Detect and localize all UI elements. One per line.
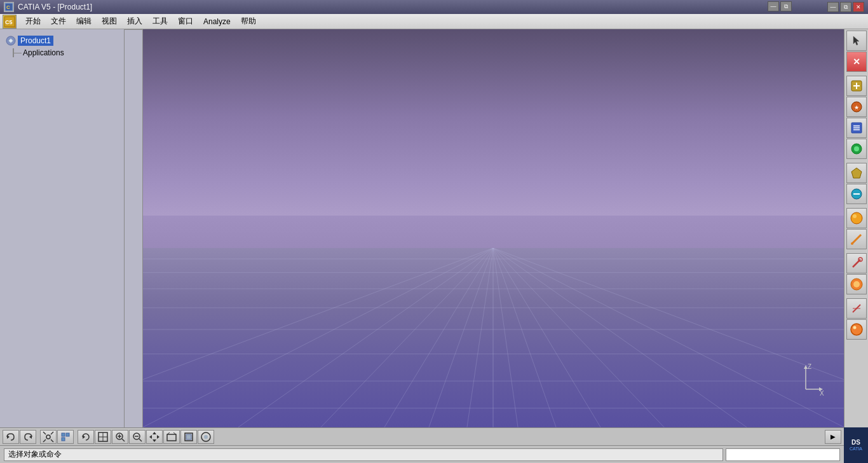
svg-point-50: [851, 212, 862, 224]
tree-content: Product1 Applications: [5, 36, 64, 57]
tool-3[interactable]: [846, 118, 867, 138]
tool-6[interactable]: [846, 184, 867, 204]
svg-rect-69: [62, 433, 65, 436]
svg-marker-72: [83, 435, 85, 439]
menu-insert[interactable]: 插入: [122, 15, 147, 28]
pan-btn[interactable]: [146, 430, 163, 444]
undo-btn[interactable]: [3, 430, 19, 444]
menu-edit[interactable]: 编辑: [71, 15, 97, 28]
tool-5[interactable]: [846, 163, 867, 183]
select-tool-btn[interactable]: [846, 31, 867, 51]
svg-point-64: [46, 435, 50, 439]
svg-line-27: [493, 248, 844, 427]
svg-point-46: [854, 146, 859, 151]
tool-4[interactable]: [846, 139, 867, 159]
zoom-out-btn[interactable]: [129, 430, 146, 444]
svg-line-66: [51, 432, 53, 434]
tree-horizontal-line: [124, 29, 143, 30]
redo-btn[interactable]: [20, 430, 36, 444]
svg-point-53: [851, 242, 853, 245]
bottom-toolbar: ▶: [0, 427, 844, 445]
window-title: CATIA V5 - [Product1]: [18, 3, 827, 11]
tool-11[interactable]: [846, 298, 867, 319]
right-toolbar: ✕ ★: [844, 29, 868, 427]
grid-lines: [143, 248, 844, 427]
svg-line-15: [143, 248, 493, 427]
tool-10[interactable]: [846, 274, 867, 294]
svg-line-52: [852, 235, 861, 244]
applications-label: Applications: [23, 48, 64, 57]
menu-analyze[interactable]: Analyze: [198, 16, 236, 27]
svg-marker-83: [153, 432, 156, 434]
status-message: 选择对象或命令: [4, 448, 723, 461]
svg-point-60: [851, 324, 862, 335]
svg-line-67: [43, 439, 46, 442]
menu-window[interactable]: 窗口: [173, 15, 198, 28]
svg-text:★: ★: [854, 104, 859, 111]
close-btn[interactable]: ✕: [853, 2, 864, 12]
tool-2[interactable]: ★: [846, 97, 867, 117]
svg-line-16: [238, 248, 493, 427]
snap-btn[interactable]: [57, 430, 74, 444]
svg-marker-63: [29, 435, 32, 439]
svg-line-20: [467, 248, 493, 427]
svg-point-93: [204, 435, 208, 439]
expand-btn[interactable]: ▶: [825, 430, 841, 444]
view2-btn[interactable]: [180, 430, 197, 444]
tool-8[interactable]: [846, 229, 867, 249]
ground-plane: [143, 248, 844, 427]
zoom-in-btn[interactable]: [112, 430, 128, 444]
rotate-btn[interactable]: [78, 430, 94, 444]
svg-point-51: [853, 214, 857, 218]
view1-btn[interactable]: [163, 430, 180, 444]
axis-indicator: Z X: [787, 364, 825, 396]
maximize-btn[interactable]: ⧉: [840, 2, 851, 12]
left-panel: Product1 Applications: [0, 29, 143, 427]
fit-all-btn[interactable]: [95, 430, 111, 444]
svg-line-65: [43, 432, 46, 434]
svg-text:C: C: [6, 4, 10, 10]
viewport-3d[interactable]: Z X: [143, 29, 844, 427]
svg-point-61: [853, 326, 856, 329]
fit-btn[interactable]: [40, 430, 57, 444]
product-icon: [5, 36, 17, 46]
tool-9[interactable]: [846, 253, 867, 273]
svg-rect-87: [167, 434, 176, 441]
svg-point-57: [853, 281, 860, 287]
tool-12[interactable]: [846, 319, 867, 340]
svg-line-77: [122, 439, 125, 441]
svg-text:X: X: [820, 390, 824, 396]
svg-line-25: [493, 248, 664, 427]
view3-btn[interactable]: [198, 430, 214, 444]
app-icon: C: [4, 2, 14, 12]
status-bar: 选择对象或命令: [0, 445, 844, 463]
tree-applications[interactable]: Applications: [13, 48, 64, 57]
svg-marker-35: [853, 36, 859, 45]
tree-vertical-line: [124, 29, 125, 427]
inner-minimize-btn[interactable]: —: [768, 1, 779, 11]
tool-7[interactable]: [846, 208, 867, 228]
svg-text:Z: Z: [808, 364, 811, 370]
menu-file[interactable]: 文件: [46, 15, 71, 28]
catia-logo: C5: [3, 15, 17, 29]
svg-line-81: [139, 439, 142, 441]
window-controls[interactable]: — ⧉ — ⧉ ✕: [827, 2, 864, 12]
delete-tool-btn[interactable]: ✕: [846, 52, 867, 72]
svg-rect-71: [62, 438, 65, 441]
svg-marker-84: [153, 439, 156, 442]
command-input[interactable]: [726, 448, 840, 461]
svg-marker-62: [7, 435, 10, 439]
menu-view[interactable]: 视图: [97, 15, 122, 28]
title-bar: C CATIA V5 - [Product1] — ⧉ — ⧉ ✕: [0, 0, 868, 14]
svg-point-5: [10, 39, 12, 42]
menu-bar: C5 开始 文件 编辑 视图 插入 工具 窗口 Analyze 帮助: [0, 14, 868, 29]
svg-line-68: [51, 439, 53, 442]
menu-tools[interactable]: 工具: [147, 15, 173, 28]
inner-restore-btn[interactable]: ⧉: [780, 1, 792, 11]
tool-1[interactable]: [846, 76, 867, 96]
minimize-btn[interactable]: —: [827, 2, 839, 12]
menu-start[interactable]: 开始: [20, 15, 46, 28]
tree-product1[interactable]: Product1: [5, 36, 64, 46]
svg-line-17: [321, 248, 493, 427]
menu-help[interactable]: 帮助: [236, 15, 261, 28]
